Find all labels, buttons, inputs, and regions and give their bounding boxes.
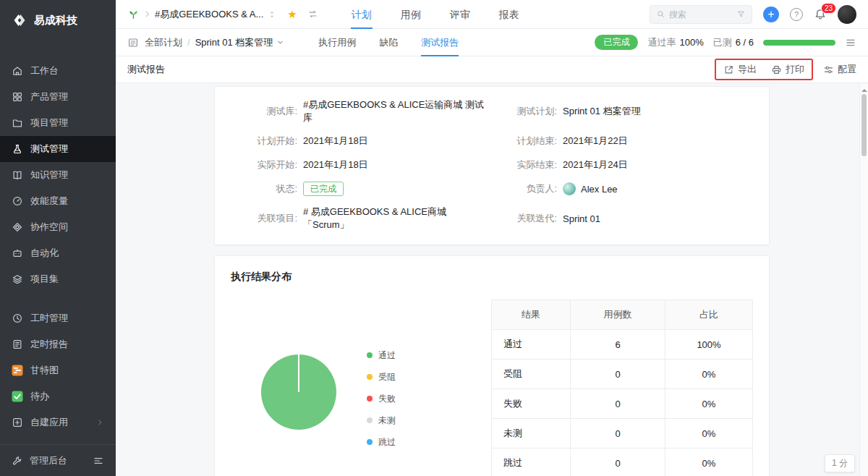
tab-review[interactable]: 评审 <box>446 0 474 29</box>
sidebar-item-label: 甘特图 <box>30 364 59 377</box>
col-case-count: 用例数 <box>571 300 665 330</box>
chart-legend: 通过 受阻 失败 未测 跳过 <box>367 344 396 453</box>
legend-label: 未测 <box>378 415 396 427</box>
tab-report[interactable]: 报表 <box>495 0 523 29</box>
sidebar-item-product[interactable]: 产品管理 <box>0 84 116 110</box>
tested-label: 已测 <box>713 36 732 49</box>
sidebar-item-label: 工作台 <box>30 64 59 77</box>
chevron-down-icon[interactable] <box>276 38 285 47</box>
diamond-icon <box>12 221 23 233</box>
field-label: 关联迭代: <box>492 212 557 225</box>
brand[interactable]: 易成科技 <box>0 0 116 41</box>
notifications[interactable]: 23 <box>814 8 827 21</box>
search-input[interactable] <box>669 9 733 20</box>
sidebar-item-scheduled-report[interactable]: 定时报告 <box>0 331 116 357</box>
user-avatar[interactable] <box>838 5 856 24</box>
field-label: 测试计划: <box>492 105 557 118</box>
table-row: 通过6100% <box>492 330 753 360</box>
favorite-star-icon[interactable]: ★ <box>287 9 297 20</box>
swap-icon[interactable] <box>307 9 318 20</box>
sidebar-item-label: 自建应用 <box>30 416 68 429</box>
scroll-up-arrow-icon[interactable] <box>861 86 867 92</box>
sidebar-item-project[interactable]: 项目管理 <box>0 110 116 136</box>
report-toolbar: 测试报告 导出 打印 配置 <box>116 56 868 83</box>
legend-item: 受阻 <box>367 366 396 388</box>
list-toggle-icon[interactable] <box>845 37 856 48</box>
owner-avatar <box>563 182 576 195</box>
tab-execute-cases[interactable]: 执行用例 <box>318 29 356 56</box>
legend-dot-failed <box>367 396 373 401</box>
all-plans-link[interactable]: 全部计划 <box>145 36 182 49</box>
topbar: #易成GEEKBOOKS & A... ★ 计划 用例 评审 报表 + ? <box>116 0 868 29</box>
home-icon <box>12 65 23 77</box>
workspace-sprout-icon[interactable] <box>127 8 140 20</box>
sidebar: 易成科技 工作台 产品管理 项目管理 测试管理 知识管理 <box>0 0 116 476</box>
sidebar-item-custom-app[interactable]: 自建应用 <box>0 409 116 435</box>
legend-label: 失败 <box>378 393 396 405</box>
add-button[interactable]: + <box>763 7 779 22</box>
search-icon <box>656 9 665 19</box>
sidebar-item-label: 测试管理 <box>30 143 68 156</box>
result-distribution-card: 执行结果分布 通过 受阻 失败 未测 跳过 <box>214 255 770 476</box>
current-plan-name[interactable]: Sprint 01 档案管理 <box>195 36 273 49</box>
linked-project[interactable]: # 易成GEEKBOOKS & ALICE商城「Scrum」 <box>303 205 492 231</box>
collapse-sidebar-icon[interactable] <box>93 455 104 467</box>
search-box[interactable] <box>650 5 752 24</box>
field-label: 实际结束: <box>492 158 557 171</box>
sidebar-item-metrics[interactable]: 效能度量 <box>0 188 116 214</box>
admin-entry[interactable]: 管理后台 <box>0 444 116 476</box>
pie-chart <box>261 354 336 430</box>
field-label: 状态: <box>232 182 297 195</box>
sidebar-item-test[interactable]: 测试管理 <box>0 136 116 162</box>
plan-list-icon[interactable] <box>127 37 139 48</box>
flask-icon <box>12 143 23 155</box>
wrench-icon <box>12 455 23 467</box>
sidebar-item-program[interactable]: 项目集 <box>0 266 116 292</box>
legend-item: 未测 <box>367 409 396 431</box>
tab-defects[interactable]: 缺陷 <box>379 29 398 56</box>
tab-plan[interactable]: 计划 <box>348 0 375 29</box>
sidebar-item-worktime[interactable]: 工时管理 <box>0 305 116 331</box>
todo-check-icon <box>12 391 23 402</box>
sidebar-item-label: 定时报告 <box>30 338 68 351</box>
tab-cases[interactable]: 用例 <box>397 0 425 29</box>
printer-icon <box>771 64 782 75</box>
legend-item: 跳过 <box>367 431 396 453</box>
scrollbar-thumb[interactable] <box>861 94 867 156</box>
sidebar-item-gantt[interactable]: 甘特图 <box>0 357 116 383</box>
breadcrumb[interactable]: #易成GEEKBOOKS & A... <box>155 8 263 21</box>
help-icon[interactable]: ? <box>790 8 803 21</box>
field-value: Sprint 01 档案管理 <box>563 105 641 118</box>
float-indicator: 1 分 <box>825 454 855 472</box>
chart-title: 执行结果分布 <box>231 271 753 284</box>
brand-logo-icon <box>12 12 27 28</box>
sidebar-item-automation[interactable]: 自动化 <box>0 240 116 266</box>
pass-rate-value: 100% <box>679 37 703 48</box>
sidebar-item-knowledge[interactable]: 知识管理 <box>0 162 116 188</box>
sidebar-item-workbench[interactable]: 工作台 <box>0 58 116 84</box>
sidebar-item-label: 项目管理 <box>30 116 68 129</box>
print-button[interactable]: 打印 <box>771 61 804 77</box>
export-button[interactable]: 导出 <box>723 61 757 77</box>
field-value: 2021年1月22日 <box>563 135 628 148</box>
chevron-right-icon <box>142 9 152 19</box>
table-header-row: 结果 用例数 占比 <box>492 300 753 330</box>
app-icon <box>12 417 23 428</box>
vertical-scrollbar[interactable] <box>859 83 868 476</box>
sidebar-item-label: 自动化 <box>30 247 59 260</box>
sidebar-menu: 工作台 产品管理 项目管理 测试管理 知识管理 效能度量 <box>0 41 116 435</box>
linked-sprint[interactable]: Sprint 01 <box>563 213 600 224</box>
legend-dot-untested <box>367 417 373 423</box>
sidebar-item-workspace[interactable]: 协作空间 <box>0 214 116 240</box>
filter-icon[interactable] <box>736 9 746 19</box>
progress-bar <box>763 40 835 46</box>
sidebar-item-todo[interactable]: 待办 <box>0 383 116 409</box>
plan-tabs: 执行用例 缺陷 测试报告 <box>307 29 470 56</box>
tab-test-report[interactable]: 测试报告 <box>421 29 459 56</box>
switch-project-icon[interactable] <box>267 9 277 20</box>
field-value: 2021年1月18日 <box>303 135 368 148</box>
field-label: 关联项目: <box>232 212 297 225</box>
plan-summary-card: 测试库:#易成GEEKBOOKS & ALICE运输商城 测试库 测试计划:Sp… <box>214 86 770 245</box>
config-button[interactable]: 配置 <box>823 61 856 77</box>
grid-icon <box>12 91 23 103</box>
